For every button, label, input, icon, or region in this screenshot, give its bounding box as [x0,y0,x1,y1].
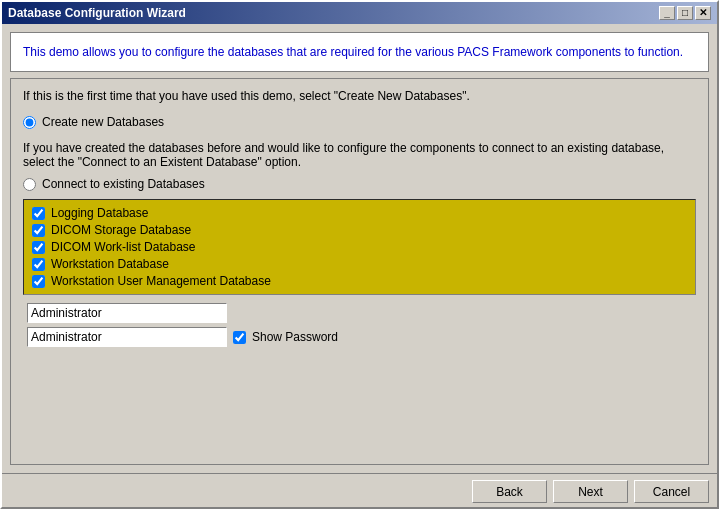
dicom-storage-label: DICOM Storage Database [51,223,191,237]
minimize-button[interactable]: _ [659,6,675,20]
connect-existing-radio-row[interactable]: Connect to existing Databases [23,177,696,191]
connect-existing-label: Connect to existing Databases [42,177,205,191]
dicom-storage-checkbox[interactable] [32,224,45,237]
create-new-label: Create new Databases [42,115,164,129]
back-button[interactable]: Back [472,480,547,503]
first-time-instruction: If this is the first time that you have … [23,89,696,103]
dicom-worklist-label: DICOM Work-list Database [51,240,195,254]
existing-instruction: If you have created the databases before… [23,141,696,169]
logging-db-checkbox[interactable] [32,207,45,220]
main-window: Database Configuration Wizard _ □ ✕ This… [0,0,719,509]
dicom-worklist-checkbox[interactable] [32,241,45,254]
info-text: This demo allows you to configure the da… [23,45,683,59]
title-bar: Database Configuration Wizard _ □ ✕ [2,2,717,24]
show-password-checkbox[interactable] [233,331,246,344]
logging-db-label: Logging Database [51,206,148,220]
password-input[interactable] [27,327,227,347]
username-field-row [27,303,696,323]
cancel-button[interactable]: Cancel [634,480,709,503]
list-item[interactable]: DICOM Storage Database [32,223,687,237]
fields-section: Show Password [23,303,696,347]
workstation-user-mgmt-label: Workstation User Management Database [51,274,271,288]
username-input[interactable] [27,303,227,323]
close-button[interactable]: ✕ [695,6,711,20]
list-item[interactable]: Workstation Database [32,257,687,271]
database-checkbox-list: Logging Database DICOM Storage Database … [23,199,696,295]
workstation-user-mgmt-checkbox[interactable] [32,275,45,288]
show-password-label: Show Password [252,330,338,344]
workstation-db-label: Workstation Database [51,257,169,271]
info-box: This demo allows you to configure the da… [10,32,709,72]
next-button[interactable]: Next [553,480,628,503]
title-bar-buttons: _ □ ✕ [659,6,711,20]
maximize-button[interactable]: □ [677,6,693,20]
main-panel: If this is the first time that you have … [10,78,709,465]
content-area: This demo allows you to configure the da… [2,24,717,473]
create-new-radio[interactable] [23,116,36,129]
create-new-radio-row[interactable]: Create new Databases [23,115,696,129]
list-item[interactable]: Logging Database [32,206,687,220]
workstation-db-checkbox[interactable] [32,258,45,271]
window-title: Database Configuration Wizard [8,6,186,20]
footer: Back Next Cancel [2,473,717,507]
list-item[interactable]: Workstation User Management Database [32,274,687,288]
connect-existing-radio[interactable] [23,178,36,191]
password-field-row: Show Password [27,327,696,347]
list-item[interactable]: DICOM Work-list Database [32,240,687,254]
